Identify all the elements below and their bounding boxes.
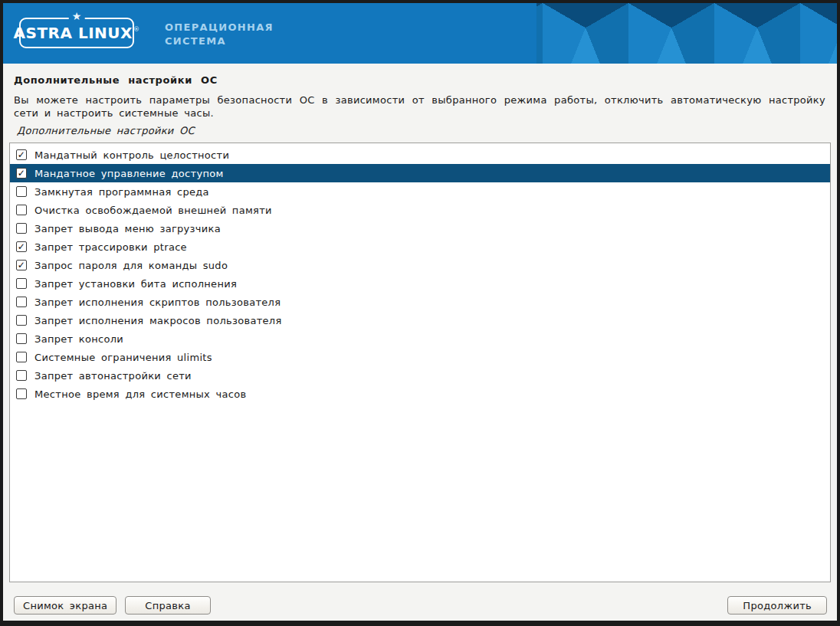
- star-icon: ★: [69, 11, 85, 21]
- page-title: Дополнительные настройки ОС: [14, 74, 826, 86]
- continue-button[interactable]: Продолжить: [727, 596, 827, 615]
- footer-bar: Снимок экрана Справка Продолжить: [14, 596, 827, 615]
- checkbox[interactable]: [16, 370, 27, 381]
- option-label: Очистка освобождаемой внешней памяти: [34, 205, 272, 216]
- option-label: Запрет трассировки ptrace: [34, 241, 187, 253]
- option-row[interactable]: Местное время для системных часов: [10, 385, 830, 403]
- astra-linux-logo: ★ ASTRA LINUX®: [19, 18, 134, 48]
- tagline-line-2: СИСТЕМА: [165, 34, 274, 48]
- option-label: Мандатное управление доступом: [34, 168, 224, 179]
- option-label: Системные ограничения ulimits: [34, 352, 212, 363]
- checkbox[interactable]: ✓: [16, 168, 27, 179]
- checkbox[interactable]: ✓: [16, 260, 27, 270]
- header-banner: ★ ASTRA LINUX® ОПЕРАЦИОННАЯ СИСТЕМА: [3, 3, 837, 64]
- checkbox[interactable]: [16, 333, 27, 344]
- checkbox[interactable]: [16, 388, 27, 399]
- help-button[interactable]: Справка: [125, 596, 210, 615]
- option-row[interactable]: Системные ограничения ulimits: [10, 348, 830, 366]
- option-row[interactable]: Запрет исполнения скриптов пользователя: [10, 293, 830, 311]
- option-label: Запрос пароля для команды sudo: [34, 260, 228, 271]
- checkbox[interactable]: [16, 205, 27, 215]
- option-row[interactable]: Запрет консоли: [10, 329, 830, 348]
- tagline-line-1: ОПЕРАЦИОННАЯ: [165, 21, 274, 34]
- option-row[interactable]: Запрет автонастройки сети: [10, 366, 830, 385]
- option-label: Запрет автонастройки сети: [34, 370, 192, 382]
- option-label: Запрет исполнения макросов пользователя: [34, 315, 282, 326]
- screenshot-button[interactable]: Снимок экрана: [14, 596, 116, 615]
- checkbox[interactable]: [16, 186, 27, 197]
- option-label: Замкнутая программная среда: [34, 186, 209, 198]
- options-list-caption: Дополнительные настройки ОС: [17, 125, 826, 136]
- page-description: Вы можете настроить параметры безопаснос…: [14, 93, 825, 120]
- checkbox[interactable]: [16, 315, 27, 326]
- option-row[interactable]: Запрет вывода меню загрузчика: [10, 219, 830, 238]
- installer-window: ★ ASTRA LINUX® ОПЕРАЦИОННАЯ СИСТЕМА Допо…: [0, 0, 840, 626]
- option-row[interactable]: Запрет исполнения макросов пользователя: [10, 311, 830, 329]
- option-label: Мандатный контроль целостности: [34, 149, 229, 161]
- option-label: Местное время для системных часов: [34, 388, 246, 400]
- option-label: Запрет консоли: [34, 333, 123, 345]
- checkbox[interactable]: ✓: [16, 149, 27, 160]
- checkbox[interactable]: ✓: [16, 241, 27, 252]
- checkbox[interactable]: [16, 352, 27, 362]
- option-row[interactable]: ✓ Запрет трассировки ptrace: [10, 238, 830, 256]
- checkbox[interactable]: [16, 297, 27, 307]
- option-row[interactable]: ✓ Мандатное управление доступом: [10, 164, 830, 182]
- option-row[interactable]: Замкнутая программная среда: [10, 182, 830, 201]
- footer-left-buttons: Снимок экрана Справка: [14, 596, 211, 615]
- option-row[interactable]: Очистка освобождаемой внешней памяти: [10, 201, 830, 219]
- header-diamond-pattern: [536, 3, 837, 64]
- options-list: ✓ Мандатный контроль целостности ✓ Манда…: [9, 143, 831, 582]
- option-label: Запрет вывода меню загрузчика: [34, 223, 221, 234]
- checkbox[interactable]: [16, 278, 27, 289]
- logo-tagline: ОПЕРАЦИОННАЯ СИСТЕМА: [165, 21, 274, 48]
- logo-text: ASTRA LINUX®: [14, 24, 140, 42]
- option-row[interactable]: Запрет установки бита исполнения: [10, 274, 830, 293]
- option-label: Запрет исполнения скриптов пользователя: [34, 297, 281, 308]
- option-label: Запрет установки бита исполнения: [34, 278, 237, 290]
- option-row[interactable]: ✓ Запрос пароля для команды sudo: [10, 256, 830, 274]
- option-row[interactable]: ✓ Мандатный контроль целостности: [10, 146, 830, 164]
- registered-trademark-icon: ®: [133, 26, 140, 33]
- checkbox[interactable]: [16, 223, 27, 234]
